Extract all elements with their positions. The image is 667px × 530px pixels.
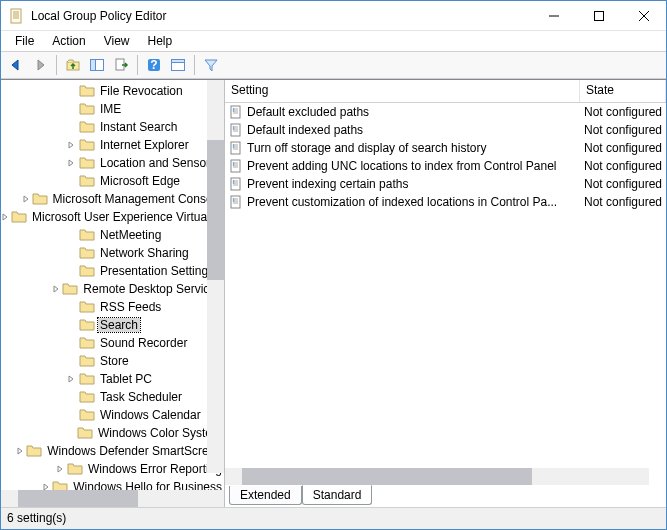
tree-item[interactable]: Windows Hello for Business [1,478,224,490]
expand-icon[interactable] [16,445,24,457]
folder-icon [32,192,48,206]
setting-text: Prevent customization of indexed locatio… [247,195,557,209]
list-row[interactable]: Default excluded pathsNot configured [225,103,666,121]
tree-item[interactable]: Microsoft User Experience Virtualization [1,208,224,226]
policy-icon [229,105,243,119]
list-row[interactable]: Default indexed pathsNot configured [225,121,666,139]
expand-icon[interactable] [65,301,77,313]
expand-icon[interactable] [65,139,77,151]
tree-item[interactable]: Sound Recorder [1,334,224,352]
list-hscrollbar[interactable] [225,468,649,485]
tree-vscrollbar[interactable] [207,80,224,473]
expand-icon[interactable] [65,265,77,277]
tab-standard[interactable]: Standard [302,485,373,505]
menu-help[interactable]: Help [140,32,181,50]
column-header-setting[interactable]: Setting [225,80,580,102]
tree-item[interactable]: Search [1,316,224,334]
tree-item[interactable]: Instant Search [1,118,224,136]
menu-view[interactable]: View [96,32,138,50]
tree-item[interactable]: Windows Color System [1,424,224,442]
tree-item-label: IME [98,102,123,116]
expand-icon[interactable] [65,247,77,259]
tree-item[interactable]: Internet Explorer [1,136,224,154]
scrollbar-thumb[interactable] [18,490,138,507]
expand-icon[interactable] [65,319,77,331]
tree[interactable]: File RevocationIMEInstant SearchInternet… [1,80,224,490]
help-button[interactable]: ? [143,54,165,76]
expand-icon[interactable] [63,427,75,439]
cell-state: Not configured [580,195,666,209]
expand-icon[interactable] [65,391,77,403]
cell-state: Not configured [580,123,666,137]
tree-item-label: Remote Desktop Services [81,282,224,296]
tree-item[interactable]: NetMeeting [1,226,224,244]
expand-icon[interactable] [42,481,50,490]
close-button[interactable] [621,1,666,30]
expand-icon[interactable] [65,157,77,169]
folder-icon [79,102,95,116]
app-icon [9,8,25,24]
expand-icon[interactable] [65,337,77,349]
expand-icon[interactable] [65,373,77,385]
list-row[interactable]: Prevent indexing certain pathsNot config… [225,175,666,193]
expand-icon[interactable] [65,409,77,421]
menu-action[interactable]: Action [44,32,93,50]
tree-item[interactable]: Windows Calendar [1,406,224,424]
folder-icon [79,84,95,98]
menu-file[interactable]: File [7,32,42,50]
up-button[interactable] [62,54,84,76]
svg-point-45 [233,180,235,182]
tree-item[interactable]: Microsoft Edge [1,172,224,190]
list-row[interactable]: Prevent adding UNC locations to index fr… [225,157,666,175]
expand-icon[interactable] [65,175,77,187]
tree-item[interactable]: IME [1,100,224,118]
tree-item[interactable]: Task Scheduler [1,388,224,406]
filter-button[interactable] [200,54,222,76]
back-button[interactable] [5,54,27,76]
svg-point-52 [233,200,235,202]
export-button[interactable] [110,54,132,76]
expand-icon[interactable] [51,283,60,295]
tree-pane: File RevocationIMEInstant SearchInternet… [1,80,225,507]
tree-item[interactable]: Store [1,352,224,370]
window-title: Local Group Policy Editor [31,9,531,23]
tree-item[interactable]: Windows Defender SmartScreen [1,442,224,460]
forward-button[interactable] [29,54,51,76]
tree-item[interactable]: Microsoft Management Console [1,190,224,208]
tree-scroll: File RevocationIMEInstant SearchInternet… [1,80,224,490]
cell-setting: Prevent adding UNC locations to index fr… [225,159,580,173]
expand-icon[interactable] [65,229,77,241]
column-header-state[interactable]: State [580,80,666,102]
minimize-button[interactable] [531,1,576,30]
tree-item[interactable]: Windows Error Reporting [1,460,224,478]
tree-item[interactable]: RSS Feeds [1,298,224,316]
folder-icon [79,174,95,188]
expand-icon[interactable] [65,121,77,133]
policy-icon [229,123,243,137]
tree-item[interactable]: Location and Sensors [1,154,224,172]
expand-icon[interactable] [65,103,77,115]
expand-icon[interactable] [1,211,9,223]
tree-hscrollbar[interactable] [1,490,224,507]
folder-icon [79,408,95,422]
scrollbar-thumb[interactable] [242,468,532,485]
expand-icon[interactable] [55,463,65,475]
maximize-button[interactable] [576,1,621,30]
tree-item[interactable]: File Revocation [1,82,224,100]
tab-extended[interactable]: Extended [229,486,302,505]
list-body[interactable]: Default excluded pathsNot configuredDefa… [225,103,666,468]
list-row[interactable]: Turn off storage and display of search h… [225,139,666,157]
folder-icon [26,444,42,458]
scrollbar-thumb[interactable] [207,140,224,280]
expand-icon[interactable] [22,193,30,205]
expand-icon[interactable] [65,355,77,367]
options-button[interactable] [167,54,189,76]
tree-item-label: NetMeeting [98,228,163,242]
tree-item[interactable]: Tablet PC [1,370,224,388]
tree-item[interactable]: Presentation Settings [1,262,224,280]
tree-item[interactable]: Network Sharing [1,244,224,262]
list-row[interactable]: Prevent customization of indexed locatio… [225,193,666,211]
expand-icon[interactable] [65,85,77,97]
tree-item[interactable]: Remote Desktop Services [1,280,224,298]
show-hide-tree-button[interactable] [86,54,108,76]
